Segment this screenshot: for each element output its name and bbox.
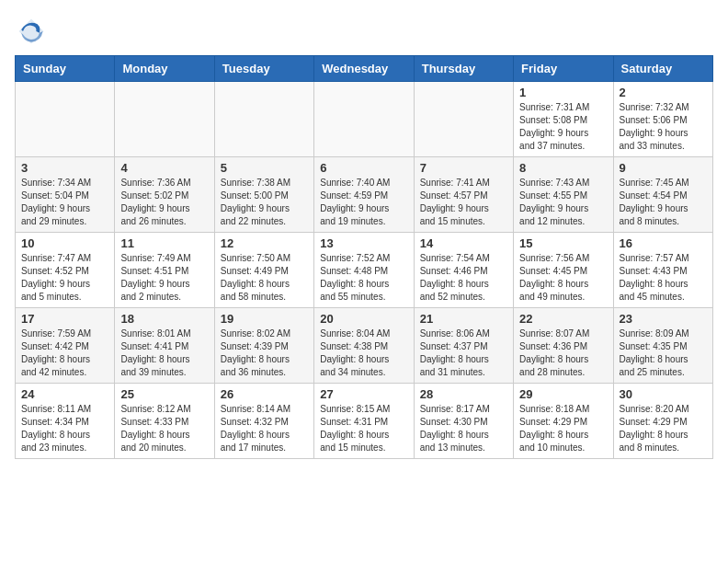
header-thursday: Thursday	[414, 56, 513, 82]
header-tuesday: Tuesday	[214, 56, 313, 82]
week-row-1: 1Sunrise: 7:31 AM Sunset: 5:08 PM Daylig…	[16, 82, 713, 157]
day-number: 19	[221, 312, 308, 326]
day-info: Sunrise: 8:06 AM Sunset: 4:37 PM Dayligh…	[420, 327, 507, 379]
day-info: Sunrise: 7:34 AM Sunset: 5:04 PM Dayligh…	[21, 177, 108, 228]
day-number: 25	[120, 387, 208, 401]
day-number: 24	[21, 387, 108, 401]
day-number: 2	[620, 86, 707, 99]
day-number: 28	[420, 387, 507, 401]
day-info: Sunrise: 8:17 AM Sunset: 4:30 PM Dayligh…	[420, 403, 507, 454]
header-friday: Friday	[514, 56, 613, 82]
calendar-cell	[314, 82, 414, 157]
calendar-cell: 27Sunrise: 8:15 AM Sunset: 4:31 PM Dayli…	[314, 384, 414, 459]
day-number: 22	[519, 312, 607, 326]
day-number: 11	[120, 236, 208, 250]
calendar-cell: 5Sunrise: 7:38 AM Sunset: 5:00 PM Daylig…	[214, 157, 313, 233]
day-info: Sunrise: 7:54 AM Sunset: 4:46 PM Dayligh…	[420, 252, 507, 304]
calendar-cell: 16Sunrise: 7:57 AM Sunset: 4:43 PM Dayli…	[613, 233, 712, 308]
day-number: 6	[320, 161, 407, 175]
calendar-cell	[115, 82, 214, 157]
calendar-cell: 19Sunrise: 8:02 AM Sunset: 4:39 PM Dayli…	[214, 308, 313, 384]
calendar-cell: 15Sunrise: 7:56 AM Sunset: 4:45 PM Dayli…	[514, 233, 613, 308]
calendar-cell: 23Sunrise: 8:09 AM Sunset: 4:35 PM Dayli…	[613, 308, 712, 384]
day-info: Sunrise: 8:11 AM Sunset: 4:34 PM Dayligh…	[21, 403, 108, 454]
header-section	[15, 15, 713, 48]
day-info: Sunrise: 7:56 AM Sunset: 4:45 PM Dayligh…	[519, 252, 607, 304]
calendar-cell: 1Sunrise: 7:31 AM Sunset: 5:08 PM Daylig…	[514, 82, 613, 157]
day-info: Sunrise: 7:41 AM Sunset: 4:57 PM Dayligh…	[420, 177, 507, 228]
day-number: 5	[221, 161, 308, 175]
day-info: Sunrise: 8:12 AM Sunset: 4:33 PM Dayligh…	[120, 403, 208, 454]
calendar-cell: 25Sunrise: 8:12 AM Sunset: 4:33 PM Dayli…	[115, 384, 214, 459]
day-number: 13	[320, 236, 407, 250]
calendar-cell: 10Sunrise: 7:47 AM Sunset: 4:52 PM Dayli…	[16, 233, 115, 308]
calendar-cell: 8Sunrise: 7:43 AM Sunset: 4:55 PM Daylig…	[514, 157, 613, 233]
week-row-5: 24Sunrise: 8:11 AM Sunset: 4:34 PM Dayli…	[16, 384, 713, 459]
day-info: Sunrise: 7:49 AM Sunset: 4:51 PM Dayligh…	[120, 252, 208, 304]
day-info: Sunrise: 8:09 AM Sunset: 4:35 PM Dayligh…	[620, 327, 707, 379]
day-number: 20	[320, 312, 407, 326]
day-number: 23	[620, 312, 707, 326]
day-number: 14	[420, 236, 507, 250]
day-number: 15	[519, 236, 607, 250]
day-number: 8	[519, 161, 607, 175]
calendar-cell: 4Sunrise: 7:36 AM Sunset: 5:02 PM Daylig…	[115, 157, 214, 233]
calendar-cell: 17Sunrise: 7:59 AM Sunset: 4:42 PM Dayli…	[16, 308, 115, 384]
day-info: Sunrise: 8:04 AM Sunset: 4:38 PM Dayligh…	[320, 327, 407, 379]
calendar-cell: 28Sunrise: 8:17 AM Sunset: 4:30 PM Dayli…	[414, 384, 513, 459]
day-number: 30	[620, 387, 707, 401]
day-number: 3	[21, 161, 108, 175]
calendar-cell: 20Sunrise: 8:04 AM Sunset: 4:38 PM Dayli…	[314, 308, 414, 384]
calendar-cell: 6Sunrise: 7:40 AM Sunset: 4:59 PM Daylig…	[314, 157, 414, 233]
calendar-cell: 7Sunrise: 7:41 AM Sunset: 4:57 PM Daylig…	[414, 157, 513, 233]
day-number: 7	[420, 161, 507, 175]
calendar-cell	[214, 82, 313, 157]
header-sunday: Sunday	[16, 56, 115, 82]
calendar-cell: 9Sunrise: 7:45 AM Sunset: 4:54 PM Daylig…	[613, 157, 712, 233]
day-info: Sunrise: 7:45 AM Sunset: 4:54 PM Dayligh…	[620, 177, 707, 228]
header-monday: Monday	[115, 56, 214, 82]
day-info: Sunrise: 8:14 AM Sunset: 4:32 PM Dayligh…	[221, 403, 308, 454]
day-number: 26	[221, 387, 308, 401]
day-info: Sunrise: 8:18 AM Sunset: 4:29 PM Dayligh…	[519, 403, 607, 454]
calendar-cell: 24Sunrise: 8:11 AM Sunset: 4:34 PM Dayli…	[16, 384, 115, 459]
calendar-cell	[16, 82, 115, 157]
day-info: Sunrise: 7:52 AM Sunset: 4:48 PM Dayligh…	[320, 252, 407, 304]
day-info: Sunrise: 7:38 AM Sunset: 5:00 PM Dayligh…	[221, 177, 308, 228]
calendar-cell: 18Sunrise: 8:01 AM Sunset: 4:41 PM Dayli…	[115, 308, 214, 384]
day-info: Sunrise: 8:01 AM Sunset: 4:41 PM Dayligh…	[120, 327, 208, 379]
day-number: 18	[120, 312, 208, 326]
calendar: SundayMondayTuesdayWednesdayThursdayFrid…	[15, 55, 713, 459]
day-info: Sunrise: 7:36 AM Sunset: 5:02 PM Dayligh…	[120, 177, 208, 228]
calendar-cell: 30Sunrise: 8:20 AM Sunset: 4:29 PM Dayli…	[613, 384, 712, 459]
logo	[15, 15, 51, 48]
day-number: 27	[320, 387, 407, 401]
day-number: 17	[21, 312, 108, 326]
day-info: Sunrise: 8:15 AM Sunset: 4:31 PM Dayligh…	[320, 403, 407, 454]
week-row-2: 3Sunrise: 7:34 AM Sunset: 5:04 PM Daylig…	[16, 157, 713, 233]
day-info: Sunrise: 7:50 AM Sunset: 4:49 PM Dayligh…	[221, 252, 308, 304]
calendar-cell: 2Sunrise: 7:32 AM Sunset: 5:06 PM Daylig…	[613, 82, 712, 157]
day-info: Sunrise: 7:31 AM Sunset: 5:08 PM Dayligh…	[519, 101, 607, 153]
calendar-header-row: SundayMondayTuesdayWednesdayThursdayFrid…	[16, 56, 713, 82]
day-number: 9	[620, 161, 707, 175]
calendar-cell: 13Sunrise: 7:52 AM Sunset: 4:48 PM Dayli…	[314, 233, 414, 308]
day-info: Sunrise: 7:40 AM Sunset: 4:59 PM Dayligh…	[320, 177, 407, 228]
day-number: 1	[519, 86, 607, 99]
day-info: Sunrise: 7:43 AM Sunset: 4:55 PM Dayligh…	[519, 177, 607, 228]
day-info: Sunrise: 7:47 AM Sunset: 4:52 PM Dayligh…	[21, 252, 108, 304]
week-row-3: 10Sunrise: 7:47 AM Sunset: 4:52 PM Dayli…	[16, 233, 713, 308]
calendar-cell: 21Sunrise: 8:06 AM Sunset: 4:37 PM Dayli…	[414, 308, 513, 384]
calendar-cell: 3Sunrise: 7:34 AM Sunset: 5:04 PM Daylig…	[16, 157, 115, 233]
header-wednesday: Wednesday	[314, 56, 414, 82]
day-number: 16	[620, 236, 707, 250]
day-info: Sunrise: 7:57 AM Sunset: 4:43 PM Dayligh…	[620, 252, 707, 304]
day-info: Sunrise: 7:59 AM Sunset: 4:42 PM Dayligh…	[21, 327, 108, 379]
calendar-cell: 12Sunrise: 7:50 AM Sunset: 4:49 PM Dayli…	[214, 233, 313, 308]
day-number: 4	[120, 161, 208, 175]
day-number: 21	[420, 312, 507, 326]
calendar-cell: 14Sunrise: 7:54 AM Sunset: 4:46 PM Dayli…	[414, 233, 513, 308]
day-number: 12	[221, 236, 308, 250]
day-info: Sunrise: 8:20 AM Sunset: 4:29 PM Dayligh…	[620, 403, 707, 454]
day-info: Sunrise: 7:32 AM Sunset: 5:06 PM Dayligh…	[620, 101, 707, 153]
